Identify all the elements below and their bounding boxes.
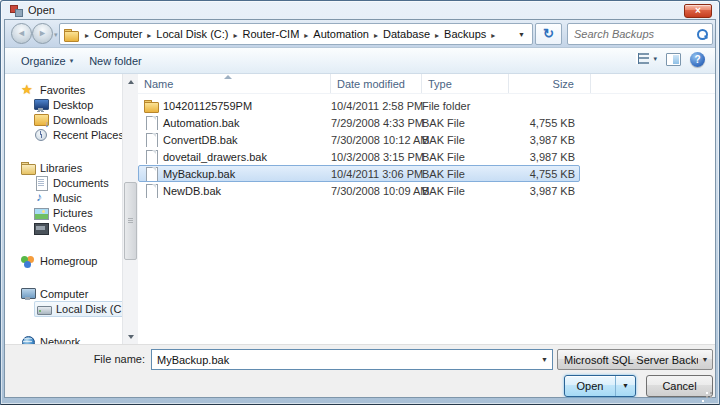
folder-icon (144, 99, 158, 113)
organize-label: Organize (21, 55, 66, 67)
close-button[interactable]: × (684, 4, 712, 18)
sidebar-item-label: Videos (53, 222, 86, 234)
sidebar-item-label: Pictures (53, 207, 93, 219)
file-size: 3,987 KB (509, 185, 575, 197)
breadcrumb-item[interactable]: Computer (94, 28, 142, 40)
sidebar-item-music[interactable]: Music (5, 190, 122, 205)
breadcrumb-chevron-icon[interactable]: ▸ (233, 31, 237, 40)
forward-button[interactable]: ► (32, 23, 53, 44)
recent-icon (34, 128, 48, 142)
sidebar-item-label: Downloads (53, 114, 107, 126)
back-button[interactable]: ◄ (11, 23, 32, 44)
views-button[interactable]: ▾ (636, 53, 657, 64)
new-folder-button[interactable]: New folder (81, 52, 150, 70)
music-icon (34, 191, 48, 205)
navigation-bar: ◄ ► ▾ ▸Computer▸Local Disk (C:)▸Router-C… (5, 20, 715, 48)
breadcrumb-chevron-icon[interactable]: ▸ (85, 31, 89, 40)
sidebar-item-label: Music (53, 192, 82, 204)
sidebar-item-label: Local Disk (C:) (56, 303, 122, 315)
file-row[interactable]: 104201125759PM10/4/2011 2:58 PMFile fold… (138, 97, 580, 114)
folder-icon (64, 28, 78, 41)
navigation-pane: FavoritesDesktopDownloadsRecent PlacesLi… (5, 74, 122, 344)
sidebar-item-homegroup[interactable]: Homegroup (5, 253, 122, 268)
breadcrumb-item[interactable]: Database (383, 28, 430, 40)
organize-button[interactable]: Organize ▾ (13, 52, 81, 70)
breadcrumb-chevron-icon[interactable]: ▸ (491, 31, 495, 40)
address-dropdown-icon[interactable]: ▼ (515, 31, 528, 38)
column-header-name[interactable]: Name (138, 74, 331, 93)
sort-ascending-icon (224, 75, 232, 79)
sidebar-item-libraries[interactable]: Libraries (5, 160, 122, 175)
sidebar-item-network[interactable]: Network (5, 334, 122, 344)
file-row[interactable]: MyBackup.bak10/4/2011 3:06 PMBAK File4,7… (138, 165, 580, 182)
file-type-select[interactable]: Microsoft SQL Server Backup (* ▼ (557, 349, 713, 370)
sidebar-item-label: Favorites (40, 84, 85, 96)
file-type: BAK File (422, 134, 509, 146)
sidebar-scrollbar[interactable] (122, 74, 138, 344)
file-name-cell: 104201125759PM (139, 99, 331, 113)
command-bar: Organize ▾ New folder ▾ ? (5, 48, 715, 74)
videos-icon (34, 221, 48, 235)
breadcrumb-chevron-icon[interactable]: ▸ (304, 31, 308, 40)
chevron-down-icon: ▾ (70, 57, 74, 65)
file-date-modified: 7/30/2008 10:12 AM (331, 134, 422, 146)
file-name-cell: ConvertDB.bak (139, 133, 331, 147)
sidebar-item-downloads[interactable]: Downloads (5, 112, 122, 127)
file-name-input[interactable] (152, 353, 537, 367)
scroll-up-icon[interactable] (123, 74, 138, 89)
sidebar-item-local-disk-c[interactable]: Local Disk (C:) (5, 301, 122, 316)
file-icon (144, 116, 158, 130)
file-name-label: File name: (5, 353, 145, 365)
file-row[interactable]: ConvertDB.bak7/30/2008 10:12 AMBAK File3… (138, 131, 580, 148)
cancel-button[interactable]: Cancel (646, 375, 713, 397)
breadcrumb-chevron-icon[interactable]: ▸ (147, 31, 151, 40)
file-row[interactable]: NewDB.bak7/30/2008 10:09 AMBAK File3,987… (138, 182, 580, 199)
open-button[interactable]: Open (565, 376, 615, 396)
sidebar-item-documents[interactable]: Documents (5, 175, 122, 190)
open-dropdown-icon[interactable]: ▼ (615, 376, 635, 396)
file-list: Name Date modified Type Size 10420112575… (138, 74, 715, 344)
documents-icon (34, 176, 48, 190)
sidebar-item-pictures[interactable]: Pictures (5, 205, 122, 220)
sidebar-item-favorites[interactable]: Favorites (5, 82, 122, 97)
breadcrumb-item[interactable]: Automation (313, 28, 369, 40)
recent-pages-chevron-icon[interactable]: ▾ (54, 31, 58, 39)
file-icon (144, 167, 158, 181)
column-header-date-modified[interactable]: Date modified (331, 74, 422, 93)
file-icon (144, 133, 158, 147)
breadcrumb-chevron-icon[interactable]: ▸ (435, 31, 439, 40)
breadcrumb-chevron-icon[interactable]: ▸ (374, 31, 378, 40)
file-date-modified: 7/30/2008 10:09 AM (331, 185, 422, 197)
breadcrumb-item[interactable]: Local Disk (C:) (156, 28, 228, 40)
address-bar[interactable]: ▸Computer▸Local Disk (C:)▸Router-CIM▸Aut… (59, 23, 533, 45)
scroll-down-icon[interactable] (123, 329, 138, 344)
sidebar-item-label: Libraries (40, 162, 82, 174)
sidebar-item-videos[interactable]: Videos (5, 220, 122, 235)
file-row[interactable]: dovetail_drawers.bak10/3/2008 3:15 PMBAK… (138, 148, 580, 165)
sidebar-item-recent-places[interactable]: Recent Places (5, 127, 122, 142)
file-name-cell: NewDB.bak (139, 184, 331, 198)
scrollbar-thumb[interactable] (124, 182, 137, 260)
resize-grip[interactable] (704, 386, 712, 394)
sidebar-item-desktop[interactable]: Desktop (5, 97, 122, 112)
downloads-icon (34, 113, 48, 127)
preview-pane-button[interactable] (666, 53, 681, 66)
window-title: Open (28, 4, 55, 16)
chevron-down-icon: ▾ (653, 55, 657, 63)
search-input[interactable] (572, 27, 696, 41)
column-header-size[interactable]: Size (509, 74, 591, 93)
breadcrumb-item[interactable]: Router-CIM (242, 28, 299, 40)
file-row[interactable]: Automation.bak7/29/2008 4:33 PMBAK File4… (138, 114, 580, 131)
file-name: Automation.bak (163, 117, 239, 129)
breadcrumb: ▸Computer▸Local Disk (C:)▸Router-CIM▸Aut… (80, 28, 500, 40)
help-button[interactable]: ? (690, 52, 705, 67)
file-type-value: Microsoft SQL Server Backup (* (558, 354, 698, 366)
column-header-type[interactable]: Type (422, 74, 509, 93)
sidebar-item-label: Computer (40, 288, 88, 300)
sidebar-item-computer[interactable]: Computer (5, 286, 122, 301)
file-name: dovetail_drawers.bak (163, 151, 267, 163)
refresh-button[interactable]: ↻ (535, 23, 562, 45)
file-type: BAK File (422, 151, 509, 163)
file-name-dropdown-icon[interactable]: ▼ (537, 356, 552, 363)
breadcrumb-item[interactable]: Backups (444, 28, 486, 40)
